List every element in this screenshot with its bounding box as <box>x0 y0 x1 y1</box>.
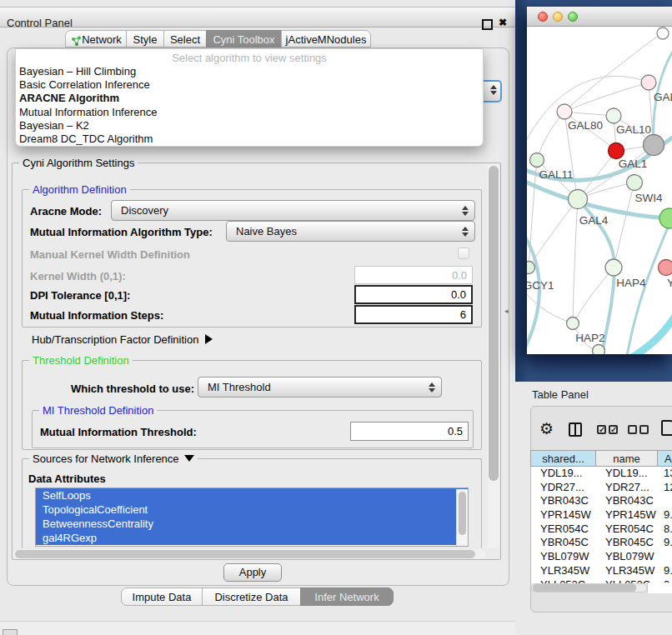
collapse-down-icon[interactable] <box>184 455 194 462</box>
table-cell[interactable]: 13 <box>658 467 672 481</box>
data-attributes-listbox[interactable]: SelfLoopsTopologicalCoefficientBetweenne… <box>35 488 469 547</box>
network-node-gal[interactable] <box>641 75 656 90</box>
table-cell[interactable]: 9. <box>658 564 672 578</box>
algorithm-option[interactable]: Basic Correlation Inference <box>16 78 483 92</box>
network-node-gcy1[interactable] <box>527 262 535 274</box>
network-node[interactable] <box>593 345 605 355</box>
table-cell[interactable]: YLR345W <box>531 564 596 578</box>
table-row[interactable]: YBL079WYBL079W <box>531 550 672 564</box>
settings-horizontal-scrollbar-thumb[interactable] <box>15 550 475 558</box>
unchecked-box-icon[interactable] <box>639 425 649 434</box>
network-node[interactable] <box>659 208 672 228</box>
table-row[interactable]: YDR27...YDR27...12 <box>531 481 672 495</box>
table-cell[interactable]: YDR27... <box>531 481 596 495</box>
column-header-shared-name[interactable]: shared... <box>530 450 595 467</box>
network-node-gal10[interactable] <box>606 108 621 123</box>
panel-resize-grip[interactable]: ◂ <box>504 307 510 315</box>
network-node-gal80[interactable] <box>557 104 572 119</box>
table-row[interactable]: YER054CYER054C8. <box>531 522 672 537</box>
table-cell[interactable]: YBL079W <box>531 550 596 564</box>
listbox-scrollbar[interactable] <box>456 489 468 547</box>
table-cell[interactable] <box>658 494 672 508</box>
table-cell[interactable]: YLR345W <box>596 564 658 578</box>
dpi-tolerance-input[interactable] <box>354 285 473 304</box>
network-node-gal4[interactable] <box>569 190 588 209</box>
close-icon[interactable]: ✖ <box>499 18 508 28</box>
table-horizontal-scrollbar-thumb[interactable] <box>533 584 636 592</box>
attribute-list-item[interactable]: TopologicalCoefficient <box>36 502 468 517</box>
tab-select[interactable]: Select <box>163 30 207 48</box>
expand-right-icon[interactable] <box>205 334 213 344</box>
table-cell[interactable]: YPR145W <box>531 508 596 522</box>
tab-infer-network[interactable]: Infer Network <box>300 588 394 606</box>
network-node-swi4[interactable] <box>627 175 643 191</box>
algorithm-option[interactable]: Dream8 DC_TDC Algorithm <box>16 132 483 146</box>
tab-network[interactable]: Network <box>65 30 127 48</box>
network-node-hap4[interactable] <box>605 259 622 276</box>
table-cell[interactable] <box>658 550 672 564</box>
settings-vertical-scrollbar-thumb[interactable] <box>489 166 499 481</box>
network-node-hap2[interactable] <box>567 318 579 330</box>
network-node-y[interactable] <box>659 260 672 276</box>
checked-box-icon[interactable]: ✓ <box>609 425 618 434</box>
tab-impute-data[interactable]: Impute Data <box>121 588 203 606</box>
attribute-list-item[interactable]: SelfLoops <box>36 488 468 502</box>
which-threshold-select[interactable]: MI Threshold <box>198 377 442 398</box>
table-cell[interactable]: 8. <box>658 522 672 537</box>
table-cell[interactable]: YER054C <box>531 522 596 537</box>
table-cell[interactable]: YBR043C <box>531 494 596 508</box>
table-cell[interactable]: YDL19... <box>531 467 596 481</box>
network-canvas[interactable]: GALGAL80GAL10GAL1GAL11SWI4GAL4GCY1HAP4YH… <box>527 26 672 354</box>
table-row[interactable]: YBR043CYBR043C <box>531 494 672 508</box>
float-window-icon[interactable] <box>482 19 493 30</box>
table-row[interactable]: YDL19...YDL19...13 <box>531 467 672 481</box>
table-cell[interactable]: YDR27... <box>596 481 658 495</box>
tab-cyni-toolbox[interactable]: Cyni Toolbox <box>206 30 282 48</box>
table-cell[interactable]: YBR045C <box>531 536 596 550</box>
algorithm-option[interactable]: Bayesian – Hill Climbing <box>16 65 483 78</box>
minimize-traffic-light-icon[interactable] <box>553 12 563 22</box>
table-cell[interactable]: 9. <box>658 508 672 522</box>
algorithm-option[interactable]: Mutual Information Inference <box>16 106 483 119</box>
sources-label[interactable]: Sources for Network Inference <box>29 452 198 465</box>
table-cell[interactable]: 12 <box>658 481 672 495</box>
column-header-partial[interactable]: A <box>657 450 672 467</box>
close-traffic-light-icon[interactable] <box>538 12 548 22</box>
algorithm-option[interactable]: Bayesian – K2 <box>16 119 483 132</box>
mi-threshold-input[interactable] <box>350 422 469 441</box>
new-table-icon[interactable] <box>661 420 672 436</box>
network-node[interactable] <box>657 28 669 39</box>
aracne-mode-select[interactable]: Discovery <box>111 200 475 221</box>
network-node-gal1[interactable] <box>609 143 624 159</box>
table-row[interactable]: YLR345WYLR345W9. <box>531 564 672 578</box>
mi-algorithm-type-select[interactable]: Naive Bayes <box>226 221 475 242</box>
column-header-name[interactable]: name <box>595 450 657 467</box>
tab-style[interactable]: Style <box>126 30 164 48</box>
column-view-icon[interactable] <box>569 422 582 437</box>
tab-discretize-data[interactable]: Discretize Data <box>202 588 301 606</box>
table-cell[interactable]: YBR045C <box>596 536 658 550</box>
network-node[interactable] <box>644 135 664 156</box>
zoom-traffic-light-icon[interactable] <box>568 12 578 22</box>
table-cell[interactable]: YDL19... <box>596 467 658 481</box>
checked-box-icon[interactable]: ✓ <box>597 425 606 434</box>
unchecked-box-icon[interactable] <box>628 425 637 434</box>
network-node-gal11[interactable] <box>530 153 544 168</box>
algorithm-option[interactable]: ARACNE Algorithm <box>16 92 483 105</box>
hub-definition-toggle[interactable]: Hub/Transcription Factor Definition <box>32 333 213 346</box>
attribute-list-item[interactable]: gal4RGexp <box>36 531 468 545</box>
tab-jactivemnodules[interactable]: jActiveMNodules <box>281 30 371 48</box>
table-cell[interactable]: YBR043C <box>596 494 658 508</box>
gear-icon[interactable]: ⚙ <box>539 420 554 438</box>
table-cell[interactable]: YPR145W <box>596 508 658 522</box>
corner-widget-icon[interactable] <box>3 629 18 635</box>
listbox-scrollbar-thumb[interactable] <box>459 492 466 535</box>
attribute-list-item[interactable]: BetweennessCentrality <box>36 517 468 531</box>
table-cell[interactable]: YBL079W <box>596 550 658 564</box>
table-cell[interactable]: YER054C <box>596 522 658 537</box>
apply-button[interactable]: Apply <box>223 563 282 582</box>
table-cell[interactable]: 9. <box>658 536 672 550</box>
table-row[interactable]: YBR045CYBR045C9. <box>531 536 672 550</box>
table-row[interactable]: YPR145WYPR145W9. <box>531 508 672 522</box>
mi-steps-input[interactable] <box>354 305 473 324</box>
